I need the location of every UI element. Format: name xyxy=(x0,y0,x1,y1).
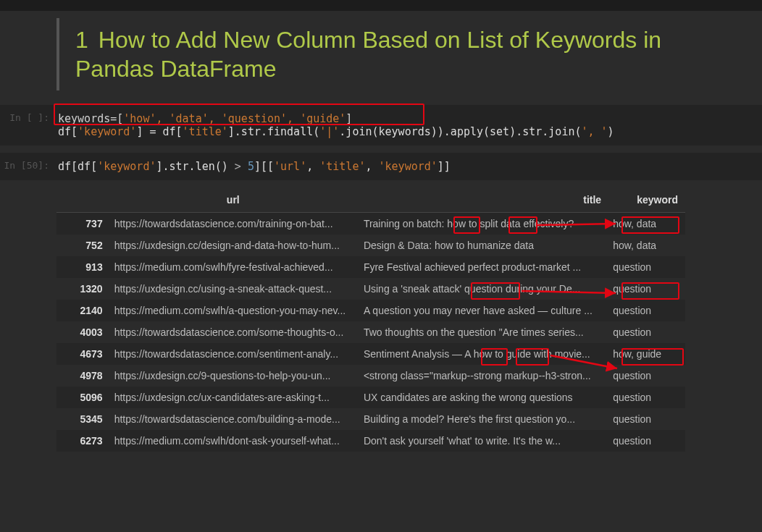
row-url: https://towardsdatascience.com/sentiment… xyxy=(109,343,358,365)
cell2-prompt: In [50]: xyxy=(0,153,56,180)
row-url: https://uxdesign.cc/using-a-sneak-attack… xyxy=(109,278,358,300)
top-bar xyxy=(0,0,762,11)
row-title: A question you may never have asked — cu… xyxy=(358,300,607,321)
row-title: Don't ask yourself 'what' to write. It's… xyxy=(358,430,607,452)
row-keyword: question xyxy=(607,430,685,452)
cell1-code[interactable]: keywords=['how', 'data', 'question', 'gu… xyxy=(56,105,762,145)
code-cell-2[interactable]: In [50]: df[df['keyword'].str.len() > 5]… xyxy=(0,153,762,180)
code-cell-1[interactable]: In [ ]: keywords=['how', 'data', 'questi… xyxy=(0,105,762,145)
output-table: url title keyword 737https://towardsdata… xyxy=(56,187,685,452)
row-index: 2140 xyxy=(56,300,109,321)
row-title: Training on batch: how to split data eff… xyxy=(358,213,607,235)
cell1-line2: df['keyword'] = df['title'].str.findall(… xyxy=(58,125,614,138)
row-index: 913 xyxy=(56,256,109,278)
header-url: url xyxy=(109,187,358,213)
row-keyword: question xyxy=(607,321,685,343)
table-header-row: url title keyword xyxy=(56,187,685,213)
row-url: https://towardsdatascience.com/training-… xyxy=(109,213,358,235)
row-index: 1320 xyxy=(56,278,109,300)
row-url: https://uxdesign.cc/9-questions-to-help-… xyxy=(109,365,358,387)
row-keyword: question xyxy=(607,300,685,321)
row-keyword: question xyxy=(607,278,685,300)
table-row: 1320https://uxdesign.cc/using-a-sneak-at… xyxy=(56,278,685,300)
row-keyword: how, data xyxy=(607,213,685,235)
row-title: Design & Data: how to humanize data xyxy=(358,235,607,256)
cell1-prompt: In [ ]: xyxy=(0,105,56,145)
table-row: 6273https://medium.com/swlh/dont-ask-you… xyxy=(56,430,685,452)
heading-text: How to Add New Column Based on List of K… xyxy=(75,27,661,82)
table-row: 5345https://towardsdatascience.com/build… xyxy=(56,408,685,430)
row-keyword: how, guide xyxy=(607,343,685,365)
row-index: 5345 xyxy=(56,408,109,430)
row-title: Building a model? Here's the first quest… xyxy=(358,408,607,430)
row-keyword: question xyxy=(607,408,685,430)
table-row: 4673https://towardsdatascience.com/senti… xyxy=(56,343,685,365)
row-keyword: question xyxy=(607,387,685,408)
row-index: 737 xyxy=(56,213,109,235)
row-title: UX candidates are asking the wrong quest… xyxy=(358,387,607,408)
table-row: 4003https://towardsdatascience.com/some-… xyxy=(56,321,685,343)
table-row: 2140https://medium.com/swlh/a-question-y… xyxy=(56,300,685,321)
row-title: Fyre Festival achieved perfect product-m… xyxy=(358,256,607,278)
row-title: Two thoughts on the question "Are times … xyxy=(358,321,607,343)
header-keyword: keyword xyxy=(607,187,685,213)
table-row: 913https://medium.com/swlh/fyre-festival… xyxy=(56,256,685,278)
row-url: https://medium.com/swlh/dont-ask-yoursel… xyxy=(109,430,358,452)
row-keyword: how, data xyxy=(607,235,685,256)
cell2-code[interactable]: df[df['keyword'].str.len() > 5][['url', … xyxy=(56,153,762,180)
row-title: Using a 'sneak attack' question during y… xyxy=(358,278,607,300)
row-index: 752 xyxy=(56,235,109,256)
heading-gutter xyxy=(0,18,56,90)
output-table-wrap: url title keyword 737https://towardsdata… xyxy=(56,187,685,452)
heading-number: 1 xyxy=(75,27,88,53)
row-url: https://uxdesign.cc/design-and-data-how-… xyxy=(109,235,358,256)
row-url: https://medium.com/swlh/a-question-you-m… xyxy=(109,300,358,321)
table-row: 5096https://uxdesign.cc/ux-candidates-ar… xyxy=(56,387,685,408)
page-title: 1How to Add New Column Based on List of … xyxy=(75,25,746,83)
table-row: 737https://towardsdatascience.com/traini… xyxy=(56,213,685,235)
row-keyword: question xyxy=(607,256,685,278)
row-keyword: question xyxy=(607,365,685,387)
row-index: 4003 xyxy=(56,321,109,343)
row-index: 6273 xyxy=(56,430,109,452)
row-url: https://towardsdatascience.com/building-… xyxy=(109,408,358,430)
header-index xyxy=(56,187,109,213)
row-index: 4673 xyxy=(56,343,109,365)
row-url: https://uxdesign.cc/ux-candidates-are-as… xyxy=(109,387,358,408)
row-title: <strong class="markup--strong markup--h3… xyxy=(358,365,607,387)
table-row: 752https://uxdesign.cc/design-and-data-h… xyxy=(56,235,685,256)
row-url: https://towardsdatascience.com/some-thou… xyxy=(109,321,358,343)
heading-block: 1How to Add New Column Based on List of … xyxy=(0,18,762,90)
header-title: title xyxy=(358,187,607,213)
row-index: 5096 xyxy=(56,387,109,408)
row-index: 4978 xyxy=(56,365,109,387)
table-row: 4978https://uxdesign.cc/9-questions-to-h… xyxy=(56,365,685,387)
row-url: https://medium.com/swlh/fyre-festival-ac… xyxy=(109,256,358,278)
row-title: Sentiment Analysis — A how to guide with… xyxy=(358,343,607,365)
